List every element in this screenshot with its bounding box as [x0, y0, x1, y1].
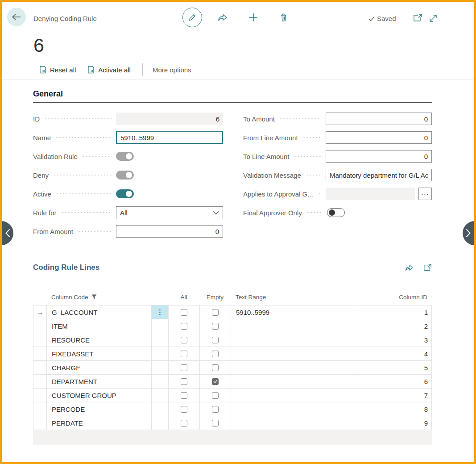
general-section: General ID 6 Name 5910..5999 Validation [33, 89, 432, 241]
id-label: ID [33, 115, 40, 123]
open-lines-in-window-button[interactable] [423, 263, 432, 272]
expand-icon [428, 13, 438, 23]
cell-column-code[interactable]: FIXEDASSET [47, 347, 152, 360]
action-bar-divider [142, 63, 143, 76]
empty-checkbox[interactable] [212, 420, 219, 426]
all-checkbox[interactable] [181, 406, 187, 413]
all-checkbox[interactable] [181, 351, 187, 357]
from-line-amount-field[interactable]: 0 [326, 131, 432, 144]
cell-text-range[interactable] [231, 416, 359, 430]
final-approver-only-label: Final Approver Only [243, 209, 302, 217]
empty-checkbox[interactable] [212, 323, 219, 330]
row-more-button[interactable]: ⋮ [152, 305, 169, 319]
cell-column-id[interactable]: 9 [359, 416, 432, 430]
filter-icon [91, 294, 97, 300]
cell-column-id[interactable]: 2 [359, 319, 432, 333]
cell-column-id[interactable]: 1 [359, 305, 432, 319]
validation-rule-label: Validation Rule [33, 153, 78, 160]
table-row[interactable]: PERCODE 8 [33, 402, 431, 416]
rule-for-select[interactable]: All [116, 206, 223, 219]
all-checkbox[interactable] [181, 309, 187, 316]
all-checkbox[interactable] [181, 392, 187, 399]
cell-text-range[interactable] [231, 347, 359, 360]
delete-button[interactable] [279, 13, 288, 22]
table-row[interactable]: DEPARTMENT 6 [33, 375, 431, 389]
cell-text-range[interactable] [231, 375, 359, 388]
cell-column-id[interactable]: 6 [359, 375, 432, 388]
from-amount-label: From Amount [33, 228, 73, 235]
empty-header[interactable]: Empty [207, 294, 224, 301]
empty-checkbox[interactable] [212, 406, 219, 413]
table-row[interactable]: CHARGE 5 [33, 361, 431, 375]
empty-checkbox[interactable] [212, 392, 219, 399]
empty-checkbox[interactable] [212, 351, 219, 357]
previous-record-button[interactable] [0, 221, 13, 245]
table-row[interactable]: RESOURCE 3 [33, 333, 431, 347]
reset-all-button[interactable]: Reset all [39, 66, 76, 74]
name-field[interactable]: 5910..5999 [116, 131, 223, 144]
cell-column-id[interactable]: 5 [359, 361, 432, 374]
plus-icon [248, 13, 258, 22]
empty-checkbox[interactable] [212, 309, 219, 316]
all-checkbox[interactable] [181, 420, 187, 426]
pencil-icon [188, 13, 197, 22]
to-line-amount-field[interactable]: 0 [326, 150, 432, 163]
cell-column-code[interactable]: G_LACCOUNT [47, 305, 152, 319]
final-approver-only-toggle[interactable] [327, 208, 345, 217]
validation-rule-toggle[interactable] [116, 152, 134, 161]
cell-text-range[interactable] [231, 333, 359, 347]
cell-column-code[interactable]: PERDATE [47, 416, 152, 430]
cell-column-id[interactable]: 3 [359, 333, 432, 347]
edit-button[interactable] [182, 8, 202, 27]
table-row[interactable]: FIXEDASSET 4 [33, 347, 431, 361]
cell-column-code[interactable]: CHARGE [47, 361, 152, 374]
next-record-button[interactable] [463, 221, 476, 245]
to-amount-field[interactable]: 0 [326, 113, 432, 125]
cell-text-range[interactable] [231, 319, 359, 333]
coding-rule-lines-title: Coding Rule Lines [33, 263, 99, 272]
cell-column-id[interactable]: 4 [359, 347, 432, 360]
open-in-window-button[interactable] [413, 13, 422, 22]
new-button[interactable] [248, 13, 258, 22]
from-amount-field[interactable]: 0 [116, 225, 223, 238]
cell-text-range[interactable] [231, 389, 359, 402]
table-row[interactable]: CUSTOMER GROUP 7 [33, 389, 431, 402]
cell-text-range[interactable] [231, 402, 359, 416]
table-row[interactable]: ITEM 2 [33, 319, 431, 333]
assist-edit-button[interactable]: ··· [418, 188, 432, 200]
share-button[interactable] [217, 13, 228, 22]
cell-column-code[interactable]: PERCODE [47, 402, 152, 416]
cell-text-range[interactable]: 5910..5999 [231, 305, 359, 319]
text-range-header[interactable]: Text Range [236, 294, 266, 301]
from-line-amount-label: From Line Amount [243, 134, 298, 142]
cell-column-code[interactable]: CUSTOMER GROUP [47, 389, 152, 402]
all-checkbox[interactable] [181, 364, 187, 371]
share-lines-button[interactable] [405, 263, 414, 272]
all-checkbox[interactable] [181, 378, 187, 385]
more-options-button[interactable]: More options [153, 66, 191, 74]
all-header[interactable]: All [180, 294, 187, 301]
column-id-header[interactable]: Column ID [399, 294, 427, 301]
validation-message-field[interactable]: Mandatory department for G/L Ac [326, 169, 432, 181]
cell-column-id[interactable]: 7 [359, 389, 432, 402]
cell-column-id[interactable]: 8 [359, 402, 432, 416]
active-toggle[interactable] [116, 189, 134, 198]
all-checkbox[interactable] [181, 323, 187, 330]
back-button[interactable] [7, 8, 26, 26]
cell-column-code[interactable]: DEPARTMENT [47, 375, 152, 388]
column-code-header[interactable]: Column Code [51, 294, 88, 301]
chevron-down-icon [213, 211, 219, 215]
empty-checkbox[interactable] [212, 378, 219, 385]
deny-toggle[interactable] [116, 171, 134, 180]
cell-column-code[interactable]: ITEM [47, 319, 152, 333]
table-row[interactable]: → G_LACCOUNT ⋮ 5910..5999 1 [33, 305, 431, 319]
empty-checkbox[interactable] [212, 364, 219, 371]
activate-all-button[interactable]: Activate all [87, 66, 131, 74]
empty-checkbox[interactable] [212, 337, 219, 343]
cell-column-code[interactable]: RESOURCE [47, 333, 152, 347]
expand-button[interactable] [428, 13, 438, 23]
table-row[interactable]: PERDATE 9 [33, 416, 431, 430]
cell-text-range[interactable] [231, 361, 359, 374]
all-checkbox[interactable] [181, 337, 187, 343]
rule-for-label: Rule for [33, 209, 57, 217]
